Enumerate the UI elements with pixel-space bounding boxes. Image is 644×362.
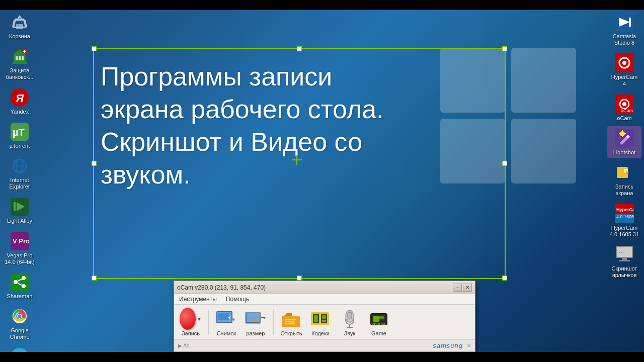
ocam-tool-codecs[interactable]: Кодеки [308,308,333,336]
ocam-menu-tools[interactable]: Инструменты [177,295,219,303]
utorrent-label: µTorrent [10,143,30,149]
bottom-bar [0,352,644,362]
svg-rect-89 [285,319,296,320]
svg-rect-100 [348,312,352,319]
ocam-close-button[interactable]: ✕ [463,284,472,292]
ad-text: ▶ Ad [178,343,433,348]
svg-rect-90 [285,321,294,322]
svg-marker-106 [379,316,384,319]
razmer-icon [245,308,267,330]
ocam-app-label: oCam [617,115,631,122]
open-label: Открыть [280,330,302,336]
vegas-icon: V Pro [10,231,30,251]
ocam-menubar: Инструменты Помощь [174,294,475,305]
zapisekrana-label: Запись экрана [609,184,639,197]
handle-tl[interactable] [92,46,97,51]
handle-bc[interactable] [297,276,302,281]
svg-marker-87 [264,316,266,319]
svg-rect-6 [16,24,23,29]
desktop-icon-hypercam2[interactable]: HyperCam 4.0.1605.31 HyperCam 4.0.1605.3… [607,202,641,240]
svg-rect-84 [247,313,260,322]
svg-rect-97 [322,320,326,322]
svg-text:e: e [13,157,17,165]
ocam-tool-open[interactable]: Открыть [279,308,304,336]
yandex-label: Yandex [11,109,29,115]
svg-point-57 [622,102,626,106]
desktop-icon-chrome[interactable]: Google Chrome [3,304,37,342]
right-desktop-icons: Camtasia Studio 8 HyperCam 4 oCam [607,10,641,281]
handle-br[interactable] [502,276,507,281]
svg-rect-2 [440,119,505,184]
handle-bl[interactable] [92,276,97,281]
desktop-icon-shareman[interactable]: Shareman [3,270,37,302]
svg-rect-29 [14,202,16,211]
ocam-window: oCam v280.0 (213, 91, 854, 470) – ✕ Инст… [174,281,475,352]
handle-ml[interactable] [92,161,97,166]
ie-label: Internet Explorer [5,177,35,190]
lightalloy-label: Light Alloy [7,218,32,224]
chrome-label: Google Chrome [5,327,35,340]
desktop-icon-recycle[interactable]: Корзина [3,10,37,42]
ocam-minimize-button[interactable]: – [453,284,462,292]
svg-text:µT: µT [13,127,25,138]
open-icon [280,308,302,330]
lightalloy-icon [10,197,30,217]
main-text-overlay: Программы записи экрана рабочего стола. … [101,60,403,191]
ocam-menu-help[interactable]: Помощь [224,295,251,303]
crosshair-cursor [292,155,302,165]
ocam-tool-record[interactable]: ▼ Запись [178,308,203,336]
handle-tc[interactable] [297,46,302,51]
hypercam2-label: HyperCam 4.0.1605.31 [609,225,639,238]
desktop-icon-camtasia[interactable]: Camtasia Studio 8 [607,10,641,48]
svg-point-33 [14,280,18,284]
svg-text:oCam: oCam [621,108,633,113]
desktop-icon-vegas[interactable]: V Pro Vegas Pro 14.0 (64-bit) [3,229,37,267]
desktop-icon-skrinshot[interactable]: ⋯ Скриншот ярлычков [607,242,641,281]
ocam-toolbar: ▼ Запись [174,305,475,339]
chrome-icon [10,306,30,326]
codecs-label: Кодеки [311,330,330,336]
desktop-icon-zapisekrana[interactable]: Запись экрана [607,160,641,199]
svg-rect-12 [19,56,21,60]
recycle-icon [10,12,30,32]
ocam-tool-game[interactable]: NVIDIA Game [366,308,391,336]
desktop-icon-bank[interactable]: Защита банковск... [3,44,37,82]
ocam-ad-bar: ▶ Ad samsung ✕ [174,339,475,351]
desktop-icon-utorrent[interactable]: µT µTorrent [3,120,37,151]
skrinshot-label: Скриншот ярлычков [609,265,639,279]
vegas-label: Vegas Pro 14.0 (64-bit) [5,252,35,265]
svg-rect-75 [622,258,627,260]
ad-close[interactable]: ✕ [467,343,471,348]
game-label: Game [371,330,386,336]
desktop-icon-ocam-app[interactable]: oCam oCam [607,92,641,124]
bank-icon [10,46,30,66]
svg-rect-96 [322,315,326,319]
svg-rect-51 [629,18,631,27]
snimok-icon [215,308,237,330]
yandex-icon: Я [10,87,30,108]
shareman-icon [10,272,30,292]
lightshot-icon [614,128,634,148]
svg-text:NVIDIA: NVIDIA [372,322,386,326]
ocam-titlebar[interactable]: oCam v280.0 (213, 91, 854, 470) – ✕ [174,281,475,294]
record-label: Запись [182,330,200,336]
desktop-icon-hypercam4[interactable]: HyperCam 4 [607,51,641,89]
desktop-icon-lightshot[interactable]: Lightshot [607,126,641,158]
desktop-icon-yandex[interactable]: Я Yandex [3,85,37,117]
svg-text:4.0.1605.31: 4.0.1605.31 [616,214,634,219]
ocam-tool-snimok[interactable]: Снимок [214,308,239,336]
desktop: Программы записи экрана рабочего стола. … [0,0,644,362]
ocam-tool-razmer[interactable]: размер [243,308,268,336]
svg-rect-32 [11,273,29,291]
ocam-tool-sound[interactable]: Звук [337,308,362,336]
desktop-icon-lightalloy[interactable]: Light Alloy [3,195,37,226]
left-desktop-icons: Корзина Защита банковск... [3,10,37,362]
snimok-label: Снимок [217,330,236,336]
shareman-label: Shareman [7,293,33,300]
svg-rect-11 [16,56,18,60]
svg-text:⋯: ⋯ [619,250,624,255]
desktop-icon-ie[interactable]: e Internet Explorer [3,154,37,192]
svg-rect-1 [511,48,576,113]
utorrent-icon: µT [10,122,30,142]
svg-rect-15 [13,62,27,64]
